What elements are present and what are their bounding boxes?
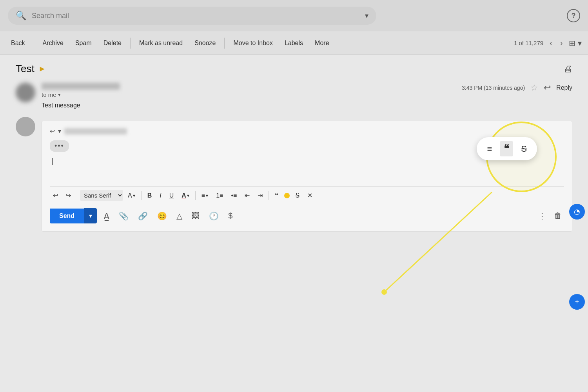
bullet-list-button[interactable]: •≡ xyxy=(228,190,240,201)
font-size-button[interactable]: A ▾ xyxy=(125,190,138,201)
side-circle-bottom[interactable]: + xyxy=(569,294,585,310)
underline-button[interactable]: U xyxy=(166,190,177,201)
bottom-actions: Send ▾ A̲ 📎 🔗 😊 △ 🖼 🕐 $ ⋮ 🗑 xyxy=(50,204,564,225)
delete-button[interactable]: Delete xyxy=(99,36,126,50)
side-circle-top[interactable]: ◔ xyxy=(569,204,585,220)
font-select[interactable]: Sans Serif Serif Monospace xyxy=(80,190,123,201)
toolbar-divider-3 xyxy=(224,38,225,49)
delete-draft-button[interactable]: 🗑 xyxy=(552,209,564,223)
label-icon: ► xyxy=(38,64,46,73)
bottom-right-icons: ⋮ 🗑 xyxy=(536,209,564,223)
email-subject-row: Test ► 🖨 xyxy=(16,63,572,75)
print-icon[interactable]: 🖨 xyxy=(564,64,572,74)
dollar-icon[interactable]: $ xyxy=(226,209,235,223)
redo-button[interactable]: ↪ xyxy=(63,190,74,201)
emoji-icon[interactable]: 😊 xyxy=(155,209,169,223)
numbered-list-button[interactable]: 1≡ xyxy=(213,190,226,201)
search-dropdown-icon[interactable]: ▾ xyxy=(365,11,368,20)
float-menu-button[interactable]: ≡ xyxy=(484,142,495,156)
drive-icon[interactable]: △ xyxy=(174,209,185,223)
toolbar-divider-2 xyxy=(130,38,131,49)
strikethrough-button[interactable]: S̶ xyxy=(292,190,303,201)
sender-info: to me ▾ xyxy=(42,83,120,98)
format-toolbar: ↩ ↪ Sans Serif Serif Monospace A ▾ B I U… xyxy=(50,186,564,204)
email-message: to me ▾ 3:43 PM (13 minutes ago) ☆ ↩ Rep… xyxy=(16,83,572,109)
fmt-sep-1 xyxy=(77,191,77,200)
fmt-sep-2 xyxy=(141,191,142,200)
email-meta-right: 3:43 PM (13 minutes ago) ☆ ↩ Reply xyxy=(462,83,572,93)
font-color-button[interactable]: A ▾ xyxy=(178,190,192,201)
star-icon[interactable]: ☆ xyxy=(530,83,538,93)
undo-button[interactable]: ↩ xyxy=(50,190,61,201)
email-time: 3:43 PM (13 minutes ago) xyxy=(462,85,525,91)
send-button-group: Send ▾ xyxy=(50,208,97,223)
link-icon[interactable]: 🔗 xyxy=(136,209,150,223)
back-button[interactable]: Back xyxy=(6,36,30,50)
reply-avatar xyxy=(16,117,35,136)
quote-button[interactable]: ❝ xyxy=(272,190,281,201)
side-circle-bottom-icon: + xyxy=(575,298,579,306)
schedule-icon[interactable]: 🕐 xyxy=(207,209,221,223)
email-body: to me ▾ 3:43 PM (13 minutes ago) ☆ ↩ Rep… xyxy=(42,83,572,109)
reply-dropdown-arrow[interactable]: ▾ xyxy=(58,127,61,135)
more-options-button[interactable]: ⋮ xyxy=(536,209,548,223)
email-body-text: Test message xyxy=(42,102,572,109)
bold-button[interactable]: B xyxy=(144,190,155,201)
search-input[interactable] xyxy=(32,12,359,20)
yellow-dot xyxy=(284,193,290,198)
toolbar-nav: ‹ › xyxy=(546,37,566,49)
reply-icon[interactable]: ↩ xyxy=(544,83,551,93)
compose-cursor xyxy=(52,158,53,165)
fmt-sep-3 xyxy=(195,191,196,200)
search-input-wrapper[interactable]: 🔍 ▾ xyxy=(8,7,376,25)
sender-name xyxy=(42,83,120,90)
reply-header: ↩ ▾ xyxy=(50,127,564,135)
indent-less-button[interactable]: ⇤ xyxy=(241,190,253,201)
mark-unread-button[interactable]: Mark as unread xyxy=(134,36,187,50)
grid-icon[interactable]: ⊞ ▾ xyxy=(569,38,582,48)
float-quote-button[interactable]: ❝ xyxy=(500,141,513,156)
search-icon: 🔍 xyxy=(16,11,26,21)
align-button[interactable]: ≡ ▾ xyxy=(198,190,211,201)
to-me: to me ▾ xyxy=(42,91,120,98)
next-email-button[interactable]: › xyxy=(557,37,566,49)
image-icon[interactable]: 🖼 xyxy=(189,209,202,223)
toolbar-divider-1 xyxy=(34,38,34,49)
attach-icon[interactable]: 📎 xyxy=(116,209,131,223)
to-me-dropdown[interactable]: ▾ xyxy=(58,92,61,98)
more-button[interactable]: More xyxy=(310,36,334,50)
reply-compose-icon: ↩ xyxy=(50,127,55,135)
send-button[interactable]: Send xyxy=(50,209,84,223)
move-to-inbox-button[interactable]: Move to Inbox xyxy=(229,36,278,50)
svg-point-1 xyxy=(381,289,387,295)
help-icon[interactable]: ? xyxy=(567,9,580,22)
email-subject: Test ► xyxy=(16,63,46,75)
compose-more-dots[interactable]: ••• xyxy=(50,140,69,152)
reply-button[interactable]: Reply xyxy=(556,84,572,91)
avatar xyxy=(16,83,35,102)
reply-to-address xyxy=(64,128,127,134)
float-strikethrough-button[interactable]: S xyxy=(518,142,530,156)
floating-toolbar: ≡ ❝ S xyxy=(477,137,537,160)
email-count: 1 of 11,279 xyxy=(514,40,543,46)
spam-button[interactable]: Spam xyxy=(71,36,96,50)
prev-email-button[interactable]: ‹ xyxy=(546,37,555,49)
fmt-sep-4 xyxy=(269,191,269,200)
side-circle-icon: ◔ xyxy=(574,207,580,216)
italic-button[interactable]: I xyxy=(156,190,164,201)
labels-button[interactable]: Labels xyxy=(280,36,308,50)
indent-more-button[interactable]: ⇥ xyxy=(254,190,266,201)
archive-button[interactable]: Archive xyxy=(38,36,68,50)
send-dropdown-button[interactable]: ▾ xyxy=(84,208,97,223)
email-toolbar: Back Archive Spam Delete Mark as unread … xyxy=(0,31,588,55)
reply-compose-wrapper: ↩ ▾ ••• ↩ ↪ Sans Serif Serif Monospa xyxy=(16,117,572,232)
snooze-button[interactable]: Snooze xyxy=(190,36,220,50)
toolbar-right: 1 of 11,279 ‹ › ⊞ ▾ xyxy=(512,37,582,49)
text-format-icon[interactable]: A̲ xyxy=(102,209,112,223)
search-bar: 🔍 ▾ ? xyxy=(0,0,588,31)
email-sender-row: to me ▾ 3:43 PM (13 minutes ago) ☆ ↩ Rep… xyxy=(42,83,572,98)
subject-text: Test xyxy=(16,63,34,75)
clear-format-button[interactable]: ✕ xyxy=(304,190,316,201)
